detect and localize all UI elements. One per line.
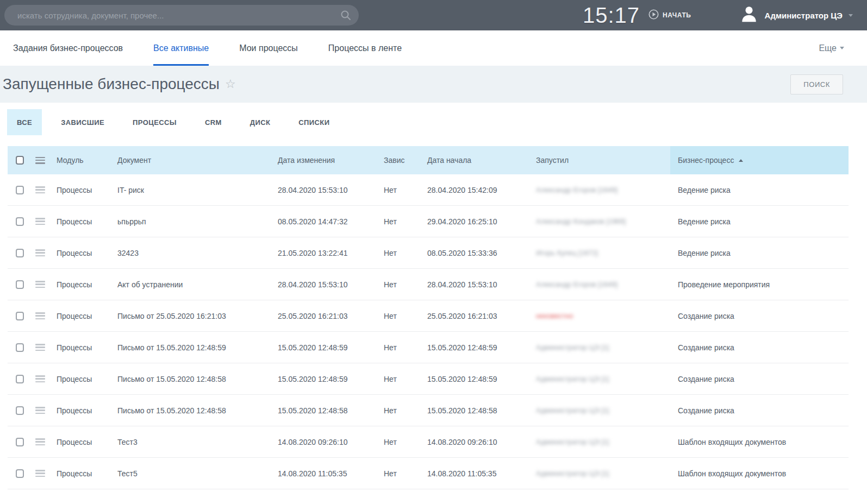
row-checkbox[interactable]	[16, 249, 24, 257]
cell-document: Письмо от 15.05.2020 12:48:59	[113, 343, 273, 352]
cell-launcher-blurred: Игорь Купец [1672]	[532, 249, 670, 257]
topbar-right: 15:17 НАЧАТЬ Администратор ЦЭ	[583, 3, 853, 28]
row-actions-icon[interactable]	[35, 281, 45, 288]
table-row: Процессы IT- риск 28.04.2020 15:53:10 Не…	[8, 174, 849, 206]
filter-5[interactable]: СПИСКИ	[298, 109, 329, 135]
cell-document: Письмо от 15.05.2020 12:48:58	[113, 406, 273, 415]
row-checkbox[interactable]	[16, 469, 24, 478]
tab-3[interactable]: Процессы в ленте	[328, 30, 402, 66]
row-checkbox[interactable]	[16, 186, 24, 194]
cell-stuck: Нет	[379, 438, 423, 446]
grid-settings-icon[interactable]	[35, 157, 45, 164]
cell-process: Шаблон входящих документов	[670, 469, 849, 478]
row-checkbox[interactable]	[16, 217, 24, 226]
cell-launcher-blurred: Александр Егоров [1649]	[532, 280, 670, 288]
chevron-down-icon	[849, 14, 853, 17]
grid-search-button[interactable]: поиск	[790, 74, 843, 94]
cell-process: Создание риска	[670, 343, 849, 352]
cell-stuck: Нет	[379, 186, 423, 194]
filter-1[interactable]: ЗАВИСШИЕ	[61, 109, 104, 135]
cell-process: Ведение риска	[670, 217, 849, 226]
cell-process: Создание риска	[670, 312, 849, 320]
filter-2[interactable]: ПРОЦЕССЫ	[133, 109, 177, 135]
grid-header-row: Модуль Документ Дата изменения Завис Дат…	[8, 146, 849, 174]
tab-1[interactable]: Все активные	[153, 30, 209, 66]
tab-2[interactable]: Мои процессы	[239, 30, 298, 66]
column-header-launcher[interactable]: Запустил	[532, 156, 670, 165]
filter-4[interactable]: ДИСК	[250, 109, 271, 135]
search-input[interactable]	[16, 10, 340, 21]
table-row: Процессы Письмо от 25.05.2020 16:21:03 2…	[8, 300, 849, 332]
cell-launcher-blurred: Администратор ЦЭ [1]	[532, 469, 670, 477]
filter-3[interactable]: CRM	[205, 109, 222, 135]
cell-started: 25.05.2020 16:21:03	[423, 312, 532, 320]
cell-document: ьпьррьп	[113, 217, 273, 226]
cell-launcher-blurred: Александр Кондаков [1969]	[532, 217, 670, 225]
tab-0[interactable]: Задания бизнес-процессов	[13, 30, 123, 66]
cell-process: Проведение мероприятия	[670, 280, 849, 289]
row-checkbox[interactable]	[16, 438, 24, 446]
worktime-clock: 15:17	[583, 3, 640, 28]
cell-stuck: Нет	[379, 249, 423, 257]
cell-stuck: Нет	[379, 280, 423, 289]
filter-0[interactable]: ВСЕ	[7, 109, 42, 135]
row-actions-icon[interactable]	[35, 407, 45, 414]
row-actions-icon[interactable]	[35, 375, 45, 382]
grid-body: Процессы IT- риск 28.04.2020 15:53:10 Не…	[8, 174, 849, 489]
cell-module: Процессы	[52, 249, 113, 257]
cell-modified: 08.05.2020 14:47:32	[273, 217, 379, 226]
cell-modified: 21.05.2020 13:22:41	[273, 249, 379, 257]
row-checkbox[interactable]	[16, 312, 24, 320]
start-workday-button[interactable]: НАЧАТЬ	[648, 9, 691, 22]
row-actions-icon[interactable]	[35, 218, 45, 225]
favorite-star-icon[interactable]: ☆	[225, 77, 236, 91]
user-menu[interactable]: Администратор ЦЭ	[739, 4, 853, 26]
row-actions-icon[interactable]	[35, 186, 45, 193]
row-checkbox[interactable]	[16, 343, 24, 352]
cell-module: Процессы	[52, 280, 113, 289]
row-actions-icon[interactable]	[35, 438, 45, 445]
cell-document: Письмо от 15.05.2020 12:48:58	[113, 375, 273, 383]
cell-started: 15.05.2020 12:48:58	[423, 406, 532, 415]
cell-modified: 25.05.2020 16:21:03	[273, 312, 379, 320]
cell-modified: 15.05.2020 12:48:59	[273, 375, 379, 383]
cell-launcher-blurred: Администратор ЦЭ [1]	[532, 406, 670, 414]
row-checkbox[interactable]	[16, 375, 24, 383]
cell-module: Процессы	[52, 438, 113, 446]
global-search[interactable]	[4, 5, 359, 26]
row-actions-icon[interactable]	[35, 312, 45, 319]
cell-launcher-blurred: Администратор ЦЭ [1]	[532, 438, 670, 446]
title-bar: Запущенные бизнес-процессы ☆ поиск	[0, 66, 867, 103]
column-header-process-sorted[interactable]: Бизнес-процесс	[670, 146, 849, 174]
page-title: Запущенные бизнес-процессы	[3, 75, 220, 93]
cell-module: Процессы	[52, 312, 113, 320]
more-menu[interactable]: Еще	[819, 30, 844, 66]
cell-process: Ведение риска	[670, 249, 849, 257]
row-checkbox[interactable]	[16, 406, 24, 415]
column-header-started[interactable]: Дата начала	[423, 156, 532, 165]
cell-stuck: Нет	[379, 406, 423, 415]
row-actions-icon[interactable]	[35, 470, 45, 477]
column-header-modified[interactable]: Дата изменения	[273, 156, 379, 165]
cell-started: 14.08.2020 09:26:10	[423, 438, 532, 446]
cell-started: 28.04.2020 15:42:09	[423, 186, 532, 194]
cell-process: Шаблон входящих документов	[670, 438, 849, 446]
cell-modified: 14.08.2020 11:05:35	[273, 469, 379, 478]
table-row: Процессы Тест5 14.08.2020 11:05:35 Нет 1…	[8, 458, 849, 489]
process-grid: Модуль Документ Дата изменения Завис Дат…	[0, 142, 867, 489]
row-actions-icon[interactable]	[35, 344, 45, 351]
cell-stuck: Нет	[379, 217, 423, 226]
cell-stuck: Нет	[379, 312, 423, 320]
sort-asc-icon	[739, 159, 743, 162]
row-checkbox[interactable]	[16, 280, 24, 289]
column-header-document[interactable]: Документ	[113, 156, 273, 165]
column-header-stuck[interactable]: Завис	[379, 156, 423, 165]
search-icon[interactable]	[340, 10, 351, 21]
cell-modified: 14.08.2020 09:26:10	[273, 438, 379, 446]
more-label: Еще	[819, 43, 837, 53]
row-actions-icon[interactable]	[35, 249, 45, 256]
cell-launcher-blurred: Администратор ЦЭ [1]	[532, 375, 670, 383]
select-all-checkbox[interactable]	[16, 156, 24, 165]
column-header-module[interactable]: Модуль	[52, 156, 113, 165]
table-row: Процессы Тест3 14.08.2020 09:26:10 Нет 1…	[8, 426, 849, 458]
